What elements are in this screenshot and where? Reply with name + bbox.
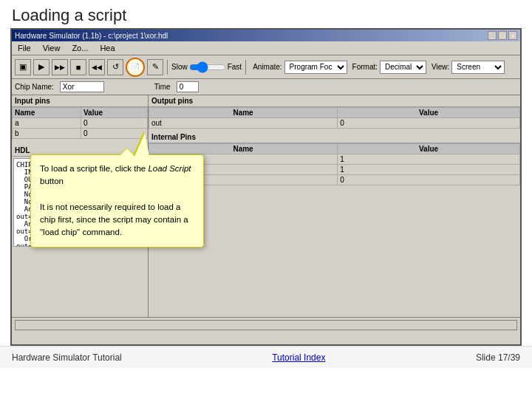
window-title: Hardware Simulator (1.1b) - c:\project 1… bbox=[15, 32, 168, 40]
internal-pins-panel: Internal Pins Name Value x 1 bbox=[149, 132, 520, 185]
window-controls: _ □ × bbox=[488, 31, 517, 40]
int-z-value[interactable]: 0 bbox=[338, 175, 520, 185]
reset-button[interactable]: ↺ bbox=[107, 59, 123, 75]
main-area: Input pins Name Value a 0 b 0 bbox=[12, 95, 520, 317]
fast-forward-button[interactable]: ▶▶ bbox=[52, 59, 68, 75]
internal-pins-table: Name Value x 1 y 1 bbox=[149, 143, 520, 185]
time-label: Time bbox=[154, 83, 171, 91]
horizontal-scrollbar[interactable] bbox=[15, 320, 517, 330]
animate-label: Animate: bbox=[253, 63, 282, 71]
close-button[interactable]: × bbox=[508, 31, 517, 40]
input-pins-header: Input pins bbox=[12, 95, 148, 107]
minimize-button[interactable]: _ bbox=[488, 31, 497, 40]
table-row: out 0 bbox=[149, 118, 520, 129]
toolbar-separator-2 bbox=[245, 60, 246, 75]
tutorial-index-link[interactable]: Tutorial Index bbox=[272, 352, 325, 363]
format-dropdown[interactable]: Decimal Binary Hex bbox=[380, 61, 426, 74]
int-x-value[interactable]: 1 bbox=[338, 154, 520, 165]
rewind-button[interactable]: ◀◀ bbox=[89, 59, 105, 75]
int-y-value[interactable]: 1 bbox=[338, 165, 520, 175]
output-pins-table: Name Value out 0 bbox=[149, 107, 520, 129]
chip-name-input[interactable] bbox=[60, 81, 104, 92]
view-dropdown[interactable]: Screen No screen bbox=[451, 61, 505, 74]
footer-left: Hardware Simulator Tutorial bbox=[12, 352, 122, 363]
pin-a-name: a bbox=[13, 118, 81, 129]
internal-pins-header: Internal Pins bbox=[149, 132, 520, 143]
callout-line1: To load a script file, click the Load Sc… bbox=[40, 163, 194, 188]
table-row: b 0 bbox=[13, 129, 148, 139]
col-name: Name bbox=[13, 108, 81, 118]
toolbar-separator-1 bbox=[167, 60, 168, 75]
time-input[interactable] bbox=[177, 81, 199, 92]
menu-view[interactable]: View bbox=[40, 43, 64, 53]
stop-button[interactable]: ■ bbox=[70, 59, 86, 75]
output-pins-panel: Output pins Name Value out 0 bbox=[149, 95, 520, 129]
table-row: a 0 bbox=[13, 118, 148, 129]
format-label: Format: bbox=[352, 63, 378, 71]
step-forward-button[interactable]: ▶ bbox=[33, 59, 50, 75]
int-col-name: Name bbox=[149, 144, 338, 154]
animate-dropdown[interactable]: Program Foc No animation bbox=[284, 61, 347, 74]
speed-slider[interactable] bbox=[189, 62, 226, 72]
load-chip-button[interactable]: ▣ bbox=[15, 59, 31, 75]
callout-arrow bbox=[134, 133, 149, 157]
toolbar: ▣ ▶ ▶▶ ■ ◀◀ ↺ 📄 ✎ Slow Fast Animate: Pro… bbox=[12, 55, 520, 79]
menu-bar: File View Zo... Hea bbox=[12, 41, 520, 55]
maximize-button[interactable]: □ bbox=[498, 31, 507, 40]
out-name: out bbox=[149, 118, 338, 129]
footer-right: Slide 17/39 bbox=[476, 352, 520, 363]
callout-emphasis: Load Script bbox=[148, 164, 191, 173]
speed-control: Slow Fast bbox=[171, 62, 242, 72]
slow-label: Slow bbox=[171, 63, 188, 71]
pin-b-name: b bbox=[13, 129, 81, 139]
menu-hea[interactable]: Hea bbox=[97, 43, 117, 53]
out-col-name: Name bbox=[149, 108, 338, 118]
col-value: Value bbox=[81, 108, 148, 118]
fast-label: Fast bbox=[228, 63, 242, 71]
chip-name-label: Chip Name: bbox=[15, 83, 54, 91]
out-value[interactable]: 0 bbox=[338, 118, 520, 129]
title-bar: Hardware Simulator (1.1b) - c:\project 1… bbox=[12, 30, 520, 41]
table-row: z 0 bbox=[149, 175, 520, 185]
bottom-bar bbox=[12, 317, 520, 332]
pin-a-value[interactable]: 0 bbox=[81, 118, 148, 129]
input-pins-table: Name Value a 0 b 0 bbox=[12, 107, 148, 139]
menu-zo[interactable]: Zo... bbox=[69, 43, 91, 53]
int-col-value: Value bbox=[338, 144, 520, 154]
callout-tooltip: To load a script file, click the Load Sc… bbox=[30, 154, 204, 248]
callout-line2: It is not necessarily required to load a… bbox=[40, 201, 194, 239]
output-pins-header: Output pins bbox=[149, 95, 520, 107]
menu-file[interactable]: File bbox=[15, 43, 34, 53]
table-row: y 1 bbox=[149, 165, 520, 175]
simulator-window: Hardware Simulator (1.1b) - c:\project 1… bbox=[10, 28, 522, 346]
edit-button[interactable]: ✎ bbox=[147, 59, 163, 75]
footer: Hardware Simulator Tutorial Tutorial Ind… bbox=[0, 346, 532, 368]
view-label: View: bbox=[432, 63, 449, 71]
out-col-value: Value bbox=[338, 108, 520, 118]
right-panel: Output pins Name Value out 0 bbox=[149, 95, 520, 317]
page-title: Loading a script bbox=[0, 0, 532, 28]
chip-bar: Chip Name: Time bbox=[12, 79, 520, 95]
table-row: x 1 bbox=[149, 154, 520, 165]
load-script-button[interactable]: 📄 bbox=[126, 58, 145, 77]
